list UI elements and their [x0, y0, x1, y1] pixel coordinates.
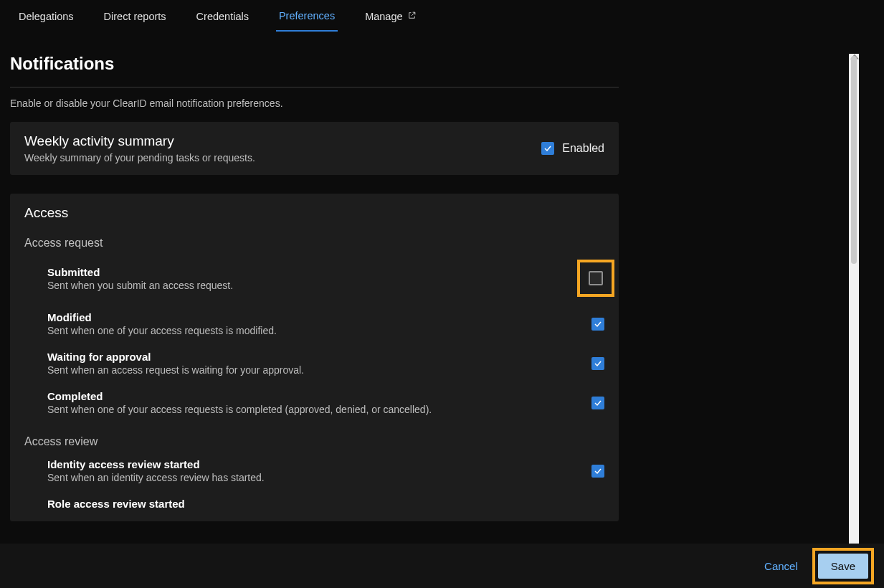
weekly-checkbox[interactable]	[541, 142, 554, 155]
save-button[interactable]: Save	[818, 554, 868, 579]
tab-direct-reports[interactable]: Direct reports	[101, 6, 169, 31]
pref-submitted-desc: Sent when you submit an access request.	[47, 280, 577, 291]
page-title: Notifications	[10, 54, 619, 74]
checkbox-submitted[interactable]	[589, 271, 603, 285]
pref-submitted-title: Submitted	[47, 266, 577, 278]
pref-completed-title: Completed	[47, 390, 591, 402]
weekly-summary-card: Weekly activity summary Weekly summary o…	[10, 122, 619, 175]
pref-identity-review: Identity access review started Sent when…	[24, 458, 604, 483]
pref-waiting: Waiting for approval Sent when an access…	[24, 351, 604, 376]
weekly-sub: Weekly summary of your pending tasks or …	[24, 152, 541, 163]
tab-delegations[interactable]: Delegations	[16, 6, 77, 31]
weekly-title: Weekly activity summary	[24, 133, 541, 149]
access-title: Access	[24, 205, 604, 221]
pref-waiting-title: Waiting for approval	[47, 351, 591, 363]
tab-manage-label: Manage	[365, 11, 402, 22]
pref-modified-desc: Sent when one of your access requests is…	[47, 325, 591, 336]
external-link-icon	[407, 11, 417, 22]
pref-waiting-desc: Sent when an access request is waiting f…	[47, 364, 591, 376]
group-access-request: Access request	[24, 237, 604, 250]
highlight-save: Save	[812, 548, 874, 584]
tab-credentials[interactable]: Credentials	[194, 6, 252, 31]
pref-modified-title: Modified	[47, 311, 591, 323]
scrollbar[interactable]	[849, 54, 859, 544]
page-hint: Enable or disable your ClearID email not…	[10, 98, 619, 109]
pref-role-title: Role access review started	[47, 498, 604, 510]
cancel-button[interactable]: Cancel	[761, 554, 801, 578]
tab-bar: Delegations Direct reports Credentials P…	[0, 0, 884, 30]
checkbox-waiting[interactable]	[591, 357, 604, 370]
tab-manage[interactable]: Manage	[362, 6, 419, 31]
highlight-submitted	[577, 260, 614, 297]
pref-modified: Modified Sent when one of your access re…	[24, 311, 604, 336]
checkbox-modified[interactable]	[591, 318, 604, 331]
pref-submitted: Submitted Sent when you submit an access…	[24, 260, 604, 297]
pref-identity-desc: Sent when an identity access review has …	[47, 472, 591, 483]
scroll-thumb[interactable]	[851, 56, 857, 264]
pref-role-review: Role access review started	[24, 498, 604, 510]
weekly-enabled-label: Enabled	[562, 142, 604, 155]
preferences-panel: Notifications Enable or disable your Cle…	[10, 54, 619, 544]
group-access-review: Access review	[24, 435, 604, 448]
pref-completed: Completed Sent when one of your access r…	[24, 390, 604, 415]
pref-completed-desc: Sent when one of your access requests is…	[47, 404, 591, 415]
checkbox-completed[interactable]	[591, 397, 604, 409]
checkbox-identity-review[interactable]	[591, 465, 604, 478]
access-card: Access Access request Submitted Sent whe…	[10, 194, 619, 521]
tab-preferences[interactable]: Preferences	[276, 6, 338, 32]
divider	[10, 87, 619, 87]
footer-bar: Cancel Save	[0, 544, 884, 588]
pref-identity-title: Identity access review started	[47, 458, 591, 470]
